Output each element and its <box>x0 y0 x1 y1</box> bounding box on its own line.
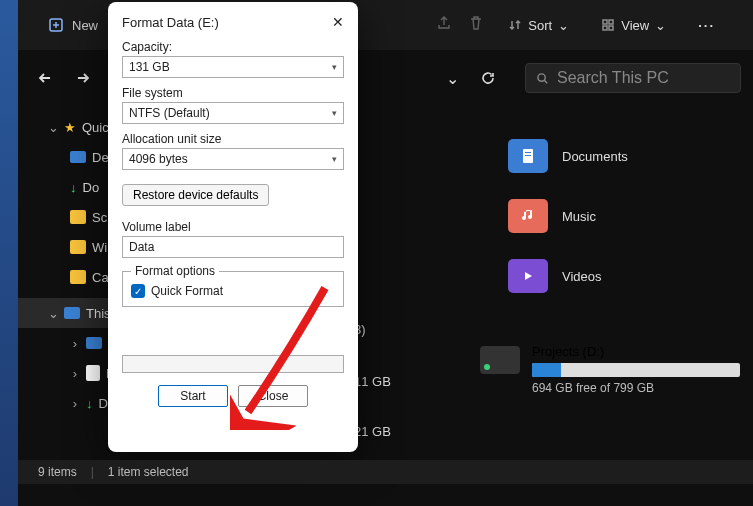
capacity-select[interactable]: 131 GB▾ <box>122 56 344 78</box>
new-label: New <box>72 18 98 33</box>
folder-videos[interactable]: Videos <box>508 252 708 300</box>
folder-icon <box>70 240 86 254</box>
view-icon <box>601 18 615 32</box>
disk-free-text: 694 GB free of 799 GB <box>532 381 740 395</box>
obscured-text: 11 GB <box>354 374 391 389</box>
view-label: View <box>621 18 649 33</box>
format-options-legend: Format options <box>131 264 219 278</box>
breadcrumb-chevron-icon[interactable]: ⌄ <box>446 69 459 88</box>
search-icon <box>536 72 549 85</box>
download-icon: ↓ <box>70 180 77 195</box>
desktop-icon <box>70 151 86 163</box>
svg-point-5 <box>538 73 545 80</box>
share-icon-button[interactable] <box>436 15 452 35</box>
allocation-label: Allocation unit size <box>122 132 344 146</box>
folder-icon <box>70 270 86 284</box>
status-item-count: 9 items <box>38 465 77 479</box>
document-icon <box>86 365 100 381</box>
svg-rect-2 <box>609 20 613 24</box>
sort-label: Sort <box>528 18 552 33</box>
chevron-down-icon: ▾ <box>332 154 337 164</box>
more-button[interactable]: ··· <box>690 14 723 37</box>
view-button[interactable]: View ⌄ <box>593 14 674 37</box>
svg-rect-8 <box>525 155 531 156</box>
restore-defaults-button[interactable]: Restore device defaults <box>122 184 269 206</box>
sort-icon <box>508 18 522 32</box>
svg-rect-1 <box>603 20 607 24</box>
format-dialog: Format Data (E:) ✕ Capacity: 131 GB▾ Fil… <box>108 2 358 452</box>
forward-button[interactable] <box>68 63 98 93</box>
folder-icon <box>70 210 86 224</box>
disk-name: Projects (D:) <box>532 344 740 359</box>
checkbox-checked-icon: ✓ <box>131 284 145 298</box>
pc-icon <box>64 307 80 319</box>
close-button[interactable]: ✕ <box>332 14 344 30</box>
svg-rect-7 <box>525 152 531 153</box>
delete-icon-button[interactable] <box>468 15 484 35</box>
back-button[interactable] <box>30 63 60 93</box>
chevron-down-icon: ⌄ <box>655 18 666 33</box>
download-icon: ↓ <box>86 396 93 411</box>
disk-icon <box>480 346 520 374</box>
status-selected: 1 item selected <box>108 465 189 479</box>
music-icon <box>508 199 548 233</box>
refresh-button[interactable] <box>473 63 503 93</box>
progress-bar <box>122 355 344 373</box>
volume-label-input[interactable]: Data <box>122 236 344 258</box>
chevron-down-icon: ▾ <box>332 62 337 72</box>
videos-icon <box>508 259 548 293</box>
disk-projects[interactable]: Projects (D:) 694 GB free of 799 GB <box>480 344 740 395</box>
filesystem-select[interactable]: NTFS (Default)▾ <box>122 102 344 124</box>
search-placeholder: Search This PC <box>557 69 669 87</box>
search-input[interactable]: Search This PC <box>525 63 741 93</box>
new-button[interactable]: New <box>48 17 98 33</box>
svg-rect-3 <box>603 26 607 30</box>
disk-usage-bar <box>532 363 740 377</box>
allocation-select[interactable]: 4096 bytes▾ <box>122 148 344 170</box>
format-options-group: Format options ✓ Quick Format <box>122 264 344 307</box>
capacity-label: Capacity: <box>122 40 344 54</box>
sort-button[interactable]: Sort ⌄ <box>500 14 577 37</box>
quick-format-checkbox[interactable]: ✓ Quick Format <box>131 284 335 298</box>
star-icon: ★ <box>64 120 76 135</box>
start-button[interactable]: Start <box>158 385 228 407</box>
svg-rect-4 <box>609 26 613 30</box>
new-icon <box>48 17 64 33</box>
close-dialog-button[interactable]: Close <box>238 385 308 407</box>
folder-documents[interactable]: Documents <box>508 132 708 180</box>
volume-label-label: Volume label <box>122 220 344 234</box>
chevron-down-icon: ⌄ <box>558 18 569 33</box>
folder-music[interactable]: Music <box>508 192 708 240</box>
desktop-icon <box>86 337 102 349</box>
dialog-title: Format Data (E:) <box>122 15 219 30</box>
chevron-down-icon: ▾ <box>332 108 337 118</box>
documents-icon <box>508 139 548 173</box>
obscured-text: 21 GB <box>354 424 391 439</box>
filesystem-label: File system <box>122 86 344 100</box>
